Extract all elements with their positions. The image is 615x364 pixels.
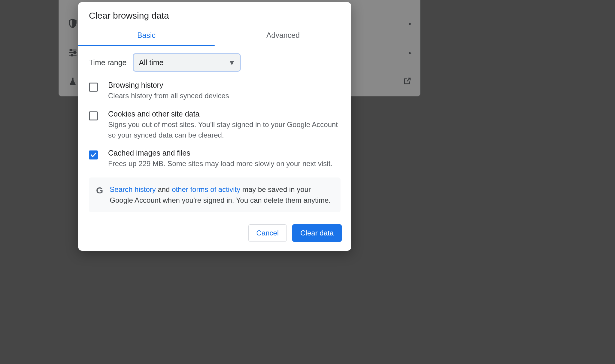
clear-data-button[interactable]: Clear data: [292, 224, 342, 242]
tab-basic[interactable]: Basic: [78, 26, 215, 46]
cancel-button[interactable]: Cancel: [248, 224, 287, 242]
google-info-box: G Search history and other forms of acti…: [89, 177, 341, 212]
dropdown-arrow-icon: ▼: [228, 58, 236, 67]
other-activity-link[interactable]: other forms of activity: [172, 185, 240, 193]
checkbox-cookies[interactable]: [89, 111, 98, 120]
tab-advanced[interactable]: Advanced: [215, 26, 351, 46]
google-info-text: Search history and other forms of activi…: [110, 184, 333, 206]
option-cookies: Cookies and other site data Signs you ou…: [89, 110, 341, 141]
time-range-label: Time range: [89, 58, 127, 67]
checkbox-cached[interactable]: [89, 150, 98, 159]
dialog-tabs: Basic Advanced: [78, 26, 351, 46]
option-title: Cached images and files: [108, 149, 332, 157]
google-g-icon: G: [96, 184, 103, 196]
option-title: Browsing history: [108, 81, 229, 89]
clear-browsing-data-dialog: Clear browsing data Basic Advanced Time …: [78, 2, 351, 251]
option-browsing-history: Browsing history Clears history from all…: [89, 81, 341, 101]
time-range-value: All time: [139, 58, 164, 67]
checkbox-browsing-history[interactable]: [89, 83, 98, 92]
info-text-fragment: and: [156, 185, 172, 193]
option-cached: Cached images and files Frees up 229 MB.…: [89, 149, 341, 169]
search-history-link[interactable]: Search history: [110, 185, 156, 193]
dialog-title: Clear browsing data: [78, 2, 351, 26]
option-desc: Signs you out of most sites. You'll stay…: [108, 120, 341, 141]
option-desc: Frees up 229 MB. Some sites may load mor…: [108, 159, 332, 169]
option-desc: Clears history from all synced devices: [108, 91, 229, 101]
time-range-select[interactable]: All time ▼: [133, 53, 241, 72]
option-title: Cookies and other site data: [108, 110, 341, 118]
